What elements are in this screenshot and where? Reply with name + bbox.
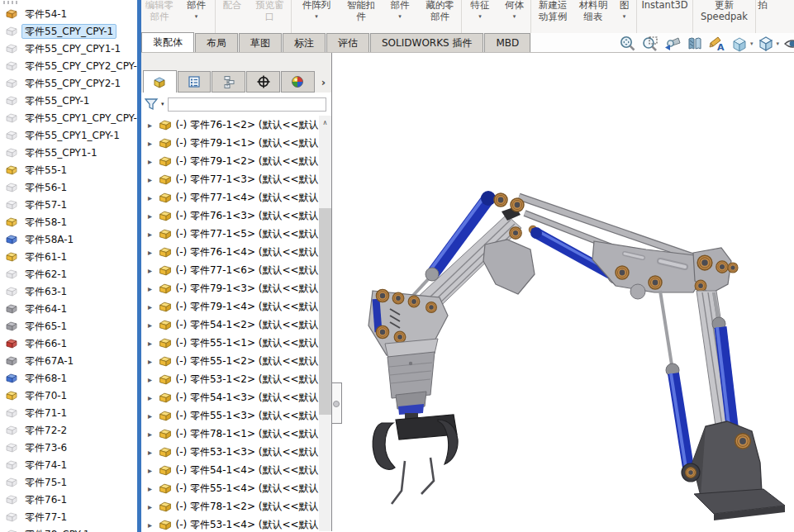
hide-show-items-icon[interactable] xyxy=(782,34,794,53)
feature-tree-item[interactable]: ▸ (-) 零件78-1<1> (默认<<默认> xyxy=(141,425,319,443)
part-list-item[interactable]: 零件73-6 xyxy=(0,439,137,456)
part-list-item[interactable]: 零件55-1 xyxy=(0,161,137,178)
part-list-item[interactable]: 零件55_CPY_CPY-1 xyxy=(0,22,137,40)
part-list-item[interactable]: 零件76-1 xyxy=(0,491,137,508)
command-tab[interactable]: 草图 xyxy=(239,33,282,52)
part-list-item[interactable]: 零件67A-1 xyxy=(0,352,137,369)
expand-arrow-icon[interactable]: ▸ xyxy=(148,411,155,420)
filter-funnel-icon[interactable] xyxy=(145,97,159,111)
feature-tree-item[interactable]: ▸ (-) 零件78-1<2> (默认<<默认> xyxy=(141,497,319,515)
part-list-item[interactable]: 零件56-1 xyxy=(0,178,137,196)
part-list-item[interactable]: 零件63-1 xyxy=(0,283,137,300)
part-list-item[interactable]: 零件55_CPY_CPY2-1 xyxy=(0,74,137,92)
feature-tree-item[interactable]: ▸ (-) 零件55-1<1> (默认<<默认> xyxy=(141,334,319,352)
feature-tree-item[interactable]: ▸ (-) 零件54-1<3> (默认<<默认> xyxy=(141,388,319,406)
feature-tree-item[interactable]: ▸ (-) 零件79-1<2> (默认<<默认> xyxy=(141,152,319,170)
scroll-up-icon[interactable]: ∧ xyxy=(319,116,331,129)
command-tab[interactable]: MBD xyxy=(484,33,530,52)
part-list-item[interactable]: 零件65-1 xyxy=(0,317,137,335)
expand-arrow-icon[interactable]: ▸ xyxy=(148,430,155,439)
ribbon-button[interactable]: 材料明 细表 ▾ xyxy=(574,0,612,33)
expand-arrow-icon[interactable]: ▸ xyxy=(148,321,155,330)
ribbon-button[interactable]: 何体 ▾ xyxy=(498,0,531,33)
feature-tree-item[interactable]: ▸ (-) 零件53-1<4> (默认<<默认> xyxy=(141,515,319,531)
feature-tree-item[interactable]: ▸ (-) 零件55-1<4> (默认<<默认> xyxy=(141,479,319,497)
ribbon-button[interactable]: 配合 ▾ xyxy=(216,0,249,33)
expand-arrow-icon[interactable]: ▸ xyxy=(148,266,155,275)
view-orientation-icon[interactable] xyxy=(755,34,776,53)
feature-tree-item[interactable]: ▸ (-) 零件77-1<5> (默认<<默认> xyxy=(141,225,319,243)
expand-arrow-icon[interactable]: ▸ xyxy=(148,357,155,366)
robot-central-plate[interactable] xyxy=(592,241,706,299)
part-list-item[interactable]: 零件54-1 xyxy=(0,5,137,22)
ribbon-button[interactable]: 编辑零 部件 ▾ xyxy=(141,0,178,33)
expand-arrow-icon[interactable]: ▸ xyxy=(148,157,155,166)
section-view-icon[interactable] xyxy=(685,34,706,53)
robot-right-elbow[interactable] xyxy=(693,248,738,294)
part-list-item[interactable]: 零件55_CPY1-1 xyxy=(0,144,137,161)
expand-arrow-icon[interactable]: ▸ xyxy=(148,339,155,348)
part-list-item[interactable]: 零件74-1 xyxy=(0,456,137,473)
expand-arrow-icon[interactable]: ▸ xyxy=(148,520,155,530)
expand-arrow-icon[interactable]: ▸ xyxy=(148,230,155,239)
feature-tree-item[interactable]: ▸ (-) 零件55-1<3> (默认<<默认> xyxy=(141,406,319,425)
ribbon-button[interactable]: 部件 ▾ xyxy=(178,0,216,33)
command-tab[interactable]: 装配体 xyxy=(141,32,194,52)
ribbon-button[interactable]: 预览窗 口 ▾ xyxy=(249,0,292,33)
filter-dropdown-icon[interactable]: ▾ xyxy=(161,101,164,107)
expand-arrow-icon[interactable]: ▸ xyxy=(148,375,155,384)
zoom-to-area-icon[interactable] xyxy=(640,34,661,53)
feature-tree-item[interactable]: ▸ (-) 零件77-1<4> (默认<<默认> xyxy=(141,188,319,207)
hydraulic-cylinder-lower-left[interactable] xyxy=(660,291,696,477)
pane-divider[interactable] xyxy=(137,0,141,532)
tab-featuremanager-design-tree[interactable] xyxy=(143,70,177,93)
part-list-item[interactable]: 零件71-1 xyxy=(0,404,137,421)
command-tab[interactable]: 评估 xyxy=(326,33,369,52)
graphics-viewport[interactable] xyxy=(331,53,794,531)
part-list-item[interactable]: 零件55_CPY1_CPY_CPY-1 xyxy=(0,109,137,126)
part-list-item[interactable]: 零件75-1 xyxy=(0,473,137,491)
robot-wrist-barrel[interactable] xyxy=(385,339,438,421)
feature-tree-item[interactable]: ▸ (-) 零件53-1<2> (默认<<默认> xyxy=(141,370,319,388)
zoom-to-fit-icon[interactable] xyxy=(618,34,639,53)
ribbon-button[interactable]: 智能扣 件 ▾ xyxy=(341,0,381,33)
part-list-item[interactable]: 零件64-1 xyxy=(0,300,137,317)
part-list-item[interactable]: 零件58-1 xyxy=(0,213,137,230)
tree-filter-input[interactable] xyxy=(168,97,326,112)
view-orientation-dropdown-icon[interactable]: ▾ xyxy=(776,40,779,47)
display-style-icon[interactable] xyxy=(730,34,750,53)
part-list-item[interactable]: 零件55_CPY_CPY2_CPY-1 xyxy=(0,57,137,74)
tab-displaymanager[interactable] xyxy=(281,71,315,93)
robot-base[interactable] xyxy=(682,421,785,520)
expand-arrow-icon[interactable]: ▸ xyxy=(148,448,155,457)
expand-arrow-icon[interactable]: ▸ xyxy=(148,175,155,184)
part-list-item[interactable]: 零件62-1 xyxy=(0,265,137,283)
feature-tree-item[interactable]: ▸ (-) 零件55-1<2> (默认<<默认> xyxy=(141,352,319,370)
feature-tree-item[interactable]: ▸ (-) 零件77-1<3> (默认<<默认> xyxy=(141,170,319,188)
expand-arrow-icon[interactable]: ▸ xyxy=(148,284,155,293)
command-tab[interactable]: SOLIDWORKS 插件 xyxy=(370,33,483,52)
tab-propertymanager[interactable] xyxy=(178,71,212,93)
part-list-item[interactable]: 零件68-1 xyxy=(0,369,137,387)
ribbon-button[interactable]: 特征 ▾ xyxy=(462,0,498,33)
annotation-views-icon[interactable]: A xyxy=(707,34,728,53)
expand-arrow-icon[interactable]: ▸ xyxy=(148,466,155,475)
expand-arrow-icon[interactable]: ▸ xyxy=(148,248,155,257)
expand-arrow-icon[interactable]: ▸ xyxy=(148,484,155,493)
command-tab[interactable]: 标注 xyxy=(283,33,326,52)
part-list-item[interactable]: 零件58A-1 xyxy=(0,230,137,248)
part-list-item[interactable]: 零件55_CPY-1 xyxy=(0,92,137,109)
feature-tree-item[interactable]: ▸ (-) 零件79-1<4> (默认<<默认> xyxy=(141,297,319,316)
part-list-item[interactable]: 零件61-1 xyxy=(0,248,137,265)
feature-tree-item[interactable]: ▸ (-) 零件76-1<3> (默认<<默认> xyxy=(141,207,319,225)
expand-arrow-icon[interactable]: ▸ xyxy=(148,139,155,148)
ribbon-button[interactable]: 更新 Speedpak ▾ xyxy=(693,0,756,33)
tab-configurationmanager[interactable] xyxy=(212,71,245,93)
expand-arrow-icon[interactable]: ▸ xyxy=(148,193,155,202)
command-tab[interactable]: 布局 xyxy=(195,33,238,52)
feature-tree-item[interactable]: ▸ (-) 零件79-1<3> (默认<<默认> xyxy=(141,279,319,297)
ribbon-button[interactable]: Instant3D ▾ xyxy=(637,0,693,33)
tab-dimxpertmanager[interactable] xyxy=(246,71,280,93)
panel-splitter-handle[interactable] xyxy=(331,382,342,424)
expand-arrow-icon[interactable]: ▸ xyxy=(148,302,155,311)
